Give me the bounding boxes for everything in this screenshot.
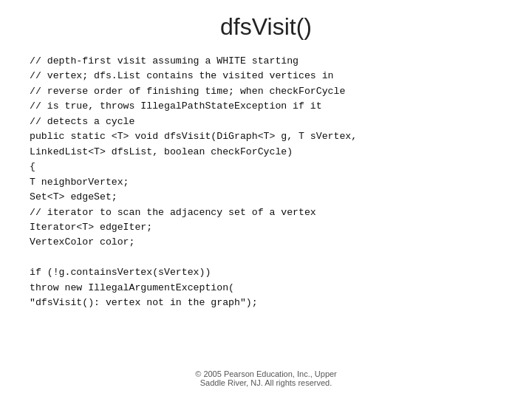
code-line-11: // iterator to scan the adjacency set of…: [30, 205, 357, 220]
code-line-6: public static <T> void dfsVisit(DiGraph<…: [30, 129, 357, 144]
code-line-4: // is true, throws IllegalPathStateExcep…: [30, 99, 357, 114]
footer: © 2005 Pearson Education, Inc., Upper Sa…: [0, 369, 532, 387]
code-line-10: Set<T> edgeSet;: [30, 190, 357, 205]
code-line-5: // detects a cycle: [30, 115, 357, 129]
page-title: dfsVisit(): [220, 13, 312, 41]
code-line-7: LinkedList<T> dfsList, boolean checkForC…: [30, 145, 357, 160]
footer-line1: © 2005 Pearson Education, Inc., Upper: [0, 369, 532, 378]
code-line-16: throw new IllegalArgumentException(: [30, 281, 357, 296]
footer-line2: Saddle River, NJ. All rights reserved.: [0, 378, 532, 387]
code-line-8: {: [30, 160, 357, 174]
code-line-15: if (!g.containsVertex(sVertex)): [30, 265, 357, 280]
code-line-3: // reverse order of finishing time; when…: [30, 84, 357, 99]
code-line-1: // depth-first visit assuming a WHITE st…: [30, 54, 357, 69]
code-line-2: // vertex; dfs.List contains the visited…: [30, 69, 357, 83]
code-line-9: T neighborVertex;: [30, 175, 357, 190]
code-line-13: VertexColor color;: [30, 235, 357, 250]
code-line-12: Iterator<T> edgeIter;: [30, 220, 357, 235]
code-block: // depth-first visit assuming a WHITE st…: [15, 54, 357, 311]
code-line-17: "dfsVisit(): vertex not in the graph");: [30, 296, 357, 310]
code-line-14: [30, 250, 357, 265]
